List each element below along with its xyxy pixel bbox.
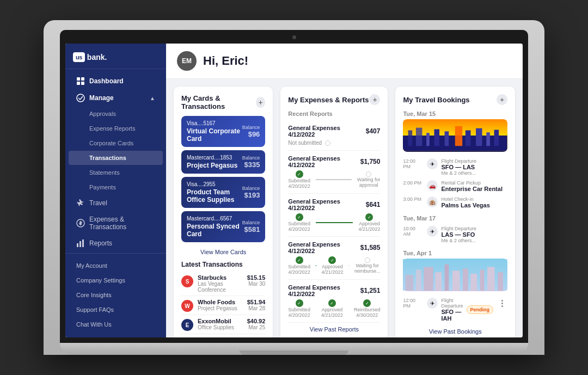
status-check-approved-2: ✓ (365, 213, 373, 221)
sidebar-label-expenses: Expenses & Transactions (89, 216, 155, 231)
sidebar-item-my-account[interactable]: My Account (69, 259, 163, 273)
booking-detail-1: Enterprise Car Rental (441, 186, 507, 192)
view-past-bookings-link[interactable]: View Past Bookings (403, 324, 507, 335)
expense-name-3: General Expenses 4/12/2022 (288, 241, 360, 254)
booking-type-0: Flight Departure (441, 158, 507, 164)
card-item-2[interactable]: Visa....2955 Product Team Office Supplie… (181, 177, 265, 208)
laptop-base (60, 343, 528, 355)
rental-car-icon: 🚗 (427, 180, 438, 191)
sidebar-label-corporate-cards: Corporate Cards (89, 140, 133, 146)
expenses-panel-header: My Expenses & Reports + (288, 94, 380, 105)
sidebar-item-approvals[interactable]: Approvals (69, 107, 163, 121)
cards-add-button[interactable]: + (256, 97, 266, 108)
sidebar-item-transactions[interactable]: Transactions (69, 151, 163, 165)
sidebar-item-company-settings[interactable]: Company Settings (69, 273, 163, 287)
svg-rect-6 (77, 243, 78, 247)
more-options-button[interactable] (497, 298, 507, 309)
booking-detail-3: LAS — SFO (441, 231, 507, 238)
sidebar-item-support-faqs[interactable]: Support FAQs (69, 303, 163, 317)
expense-amount-1: $1,750 (360, 158, 381, 165)
txn-icon-1: W (181, 300, 193, 312)
las-vegas-svg (403, 119, 507, 152)
card-item-1[interactable]: Mastercard....1853 Project Pegasus Balan… (181, 150, 265, 174)
transaction-item-3: A Amazon $27.83 (181, 334, 265, 337)
grid-icon (76, 77, 85, 85)
top-bar: EM Hi, Eric! (166, 44, 523, 79)
cards-panel-header: My Cards & Transactions + (181, 94, 265, 110)
booking-item-4: 12:00 PM ✈ Flight Departure SFO — IAH Pe… (403, 296, 507, 324)
txn-amount-3: $27.83 (247, 337, 266, 337)
svg-rect-26 (416, 269, 421, 290)
logo-badge: us (73, 52, 85, 62)
expense-name-4: General Expenses 4/12/2022 (288, 284, 360, 297)
booking-time-2: 3:00 PM (403, 196, 424, 202)
svg-rect-1 (81, 77, 84, 81)
expense-item-0: General Expenses 4/12/2022 $407 Not subm… (288, 120, 380, 151)
travel-panel-header: My Travel Bookings + (403, 94, 507, 105)
expense-name-2: General Expenses 4/12/2022 (288, 198, 365, 211)
travel-bookings-panel: My Travel Bookings + Tue, Mar 15 (395, 87, 515, 337)
txn-sub-0: Las Vegas Conference (198, 281, 247, 293)
sidebar-item-chat-with-us[interactable]: Chat With Us (69, 317, 163, 331)
city-skyline-image (403, 259, 507, 291)
main-content: EM Hi, Eric! My Cards & Transactions + (166, 44, 523, 337)
sidebar-label-payments: Payments (89, 184, 116, 190)
view-past-reports-link[interactable]: View Past Reports (288, 323, 380, 333)
card-item-3[interactable]: Mastercard....6567 Personal Synced Card … (181, 211, 265, 242)
sidebar-label-transactions: Transactions (89, 155, 126, 161)
travel-date-apr1: Tue, Apr 1 (403, 250, 507, 256)
booking-sub-0: Me & 2 others... (441, 170, 507, 176)
sidebar-item-reports[interactable]: Reports (69, 235, 163, 251)
txn-amount-2: $40.92 (247, 318, 266, 324)
svg-rect-28 (436, 272, 442, 291)
expenses-panel-title: My Expenses & Reports (288, 96, 369, 104)
txn-name-3: Amazon (198, 337, 247, 337)
txn-name-2: ExxonMobil (198, 318, 247, 324)
cards-transactions-panel: My Cards & Transactions + Visa....5167 V… (174, 87, 273, 337)
svg-rect-22 (487, 132, 491, 146)
expenses-add-button[interactable]: + (369, 94, 380, 105)
expense-amount-0: $407 (366, 127, 381, 135)
booking-item-3: 10:00 AM ✈ Flight Departure LAS — SFO Me… (403, 224, 507, 245)
sidebar-label-travel: Travel (89, 199, 107, 207)
plane-icon (76, 199, 85, 207)
svg-rect-7 (79, 241, 81, 247)
expense-item-3: General Expenses 4/12/2022 $1,585 ✓ Subm… (288, 237, 380, 280)
sidebar-label-dashboard: Dashboard (89, 77, 124, 85)
card-balance-3: $581 (242, 225, 260, 233)
expense-amount-4: $1,251 (360, 287, 381, 294)
svg-rect-18 (445, 131, 449, 146)
hotel-checkin-icon: 🏨 (427, 196, 438, 207)
travel-add-button[interactable]: + (497, 94, 507, 105)
transaction-item-2: E ExxonMobil Office Supplies $40.92 Mar … (181, 315, 265, 334)
sidebar-item-expense-reports[interactable]: Expense Reports (69, 121, 163, 136)
expense-amount-2: $641 (366, 201, 381, 208)
txn-sub-1: Project Pegasus (198, 305, 247, 311)
card-num-2: Visa....2955 (187, 181, 242, 187)
bar-chart-icon (76, 239, 85, 248)
sidebar-item-statements[interactable]: Statements (69, 165, 163, 180)
txn-amount-0: $15.15 (247, 274, 266, 281)
sidebar-item-payments[interactable]: Payments (69, 180, 163, 194)
sidebar-item-manage[interactable]: Manage ▲ (69, 90, 163, 106)
sidebar-item-core-insights[interactable]: Core Insights (69, 288, 163, 302)
view-more-cards-link[interactable]: View More Cards (181, 245, 265, 256)
booking-type-4: Flight Departure (441, 298, 463, 309)
dollar-icon (76, 219, 85, 228)
svg-rect-2 (77, 82, 80, 85)
booking-time-4: 12:00 PM (403, 298, 424, 309)
svg-rect-23 (494, 130, 499, 146)
card-item-0[interactable]: Visa....5167 Virtual Corporate Card Bala… (181, 116, 265, 147)
sidebar-item-corporate-cards[interactable]: Corporate Cards (69, 136, 163, 150)
logo-text: bank. (87, 53, 107, 62)
flight-departure-icon-0: ✈ (427, 158, 438, 169)
booking-item-2: 3:00 PM 🏨 Hotel Check-in Palms Las Vegas (403, 194, 507, 211)
latest-transactions-title: Latest Transactions (181, 261, 265, 268)
sidebar-item-dashboard[interactable]: Dashboard (69, 73, 163, 89)
booking-type-1: Rental Car Pickup (441, 180, 507, 186)
sidebar-item-travel[interactable]: Travel (69, 195, 163, 211)
booking-time-0: 12:00 PM (403, 158, 424, 169)
manage-chevron: ▲ (150, 95, 155, 101)
card-name-0: Virtual Corporate Card (187, 127, 242, 143)
sidebar-item-expenses-transactions[interactable]: Expenses & Transactions (69, 212, 163, 235)
